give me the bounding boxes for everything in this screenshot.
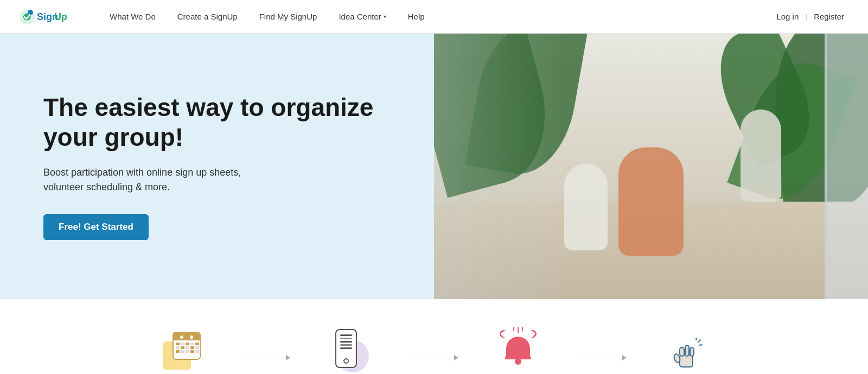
arrow-head-3	[622, 355, 627, 360]
bell-icon	[494, 326, 542, 374]
step-signup: 2. They Sign Up	[301, 326, 399, 374]
arrow-dashes-2	[410, 358, 453, 358]
step-arrow-2	[399, 355, 469, 374]
scene-overlay	[434, 34, 868, 299]
arrow-head-2	[454, 355, 458, 360]
step-remind: 3. We Remind	[469, 326, 567, 374]
svg-line-9	[698, 340, 700, 342]
header: Sign Up What We Do Create a SignUp Find …	[0, 0, 868, 34]
nav-find-signup[interactable]: Find My SignUp	[248, 12, 328, 21]
hero-image	[434, 34, 868, 299]
arrow-dashes-3	[578, 358, 621, 358]
logo-svg: Sign Up	[17, 6, 77, 28]
bell-ring-left	[498, 328, 508, 339]
hand-icon	[662, 332, 711, 374]
idea-center-dropdown-arrow: ▾	[384, 14, 386, 20]
nav-create-signup[interactable]: Create a SignUp	[167, 12, 248, 21]
cal-dot-2	[190, 336, 193, 339]
svg-rect-7	[690, 347, 694, 356]
login-link[interactable]: Log in	[770, 12, 805, 21]
bell-body	[506, 337, 530, 357]
bell-shape	[505, 337, 531, 365]
svg-line-10	[699, 345, 702, 345]
arrow-head-1	[286, 355, 290, 360]
logo[interactable]: Sign Up	[17, 6, 77, 28]
step-plan: 1. You Plan	[133, 326, 231, 374]
cal-dot-1	[180, 336, 183, 339]
main-nav: What We Do Create a SignUp Find My SignU…	[99, 12, 770, 21]
phone-icon-graphic	[331, 329, 369, 372]
register-link[interactable]: Register	[807, 12, 851, 21]
step-arrow-1	[231, 355, 301, 374]
svg-line-11	[696, 338, 697, 340]
hero-heading: The easiest way to organize your group!	[43, 93, 391, 152]
hand-svg	[670, 338, 703, 374]
step-arrow-3	[567, 355, 637, 374]
bell-icon-graphic	[499, 329, 537, 372]
bell-clapper	[515, 358, 521, 365]
nav-idea-center[interactable]: Idea Center ▾	[328, 12, 397, 21]
auth-links: Log in | Register	[770, 12, 851, 21]
svg-rect-4	[680, 355, 693, 367]
hero-section: The easiest way to organize your group! …	[0, 34, 868, 299]
cta-get-started-button[interactable]: Free! Get Started	[43, 214, 149, 240]
arrow-dashes-1	[241, 358, 285, 358]
phone-body	[335, 329, 357, 368]
svg-text:Up: Up	[54, 11, 67, 22]
svg-rect-5	[680, 347, 684, 356]
hero-right-panel	[434, 34, 868, 299]
bell-ring-right	[527, 328, 538, 339]
hero-left-panel: The easiest way to organize your group! …	[0, 34, 434, 299]
nav-help[interactable]: Help	[397, 12, 436, 21]
svg-rect-6	[685, 345, 689, 356]
steps-section: 1. You Plan 2. They Sign Up	[0, 299, 868, 374]
hand-icon-graphic	[667, 335, 705, 374]
nav-what-we-do[interactable]: What We Do	[99, 12, 167, 21]
hero-subtext: Boost participation with online sign up …	[43, 165, 250, 195]
calendar-front	[173, 332, 201, 360]
bell-lines	[513, 327, 523, 333]
phone-icon	[326, 326, 374, 374]
step-easy: Easy!	[637, 332, 735, 374]
calendar-icon-graphic	[163, 332, 201, 370]
calendar-icon	[157, 326, 206, 374]
